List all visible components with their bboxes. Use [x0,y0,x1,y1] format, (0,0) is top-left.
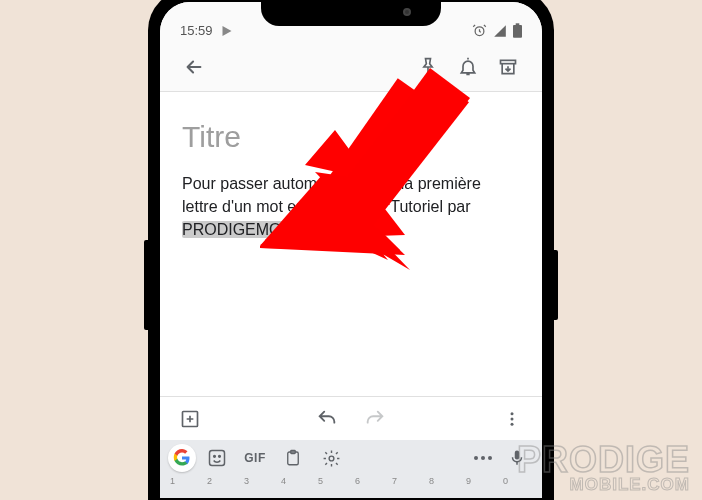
phone-screen: 15:59 Titre [160,2,542,498]
svg-rect-8 [210,451,225,466]
watermark: PRODIGE MOBILE.COM [517,444,690,492]
body-text-before: Pour passer automatiquement la première … [182,175,481,215]
key-4[interactable]: 4 [277,476,314,498]
archive-button[interactable] [488,47,528,87]
pin-button[interactable] [408,47,448,87]
svg-point-7 [511,422,514,425]
key-6[interactable]: 6 [351,476,388,498]
add-button[interactable] [176,405,204,433]
collapse-keyboard-button[interactable] [466,444,500,472]
signal-icon [493,24,507,38]
keyboard-number-row[interactable]: 1 2 3 4 5 6 7 8 9 0 [160,476,542,498]
camera-dot [403,8,411,16]
more-options-button[interactable] [498,405,526,433]
key-2[interactable]: 2 [203,476,240,498]
sticker-button[interactable] [200,444,234,472]
svg-rect-3 [501,60,516,63]
key-1[interactable]: 1 [166,476,203,498]
key-9[interactable]: 9 [462,476,499,498]
phone-frame: 15:59 Titre [148,0,554,500]
app-toolbar [160,42,542,92]
body-text-after: le site de [316,221,384,238]
phone-notch [261,2,441,26]
note-title-input[interactable]: Titre [182,120,520,154]
gif-button[interactable]: GIF [238,444,272,472]
volume-button [144,240,148,330]
power-button [554,250,558,320]
svg-point-5 [511,412,514,415]
note-body-input[interactable]: Pour passer automatiquement la première … [182,172,520,242]
key-8[interactable]: 8 [425,476,462,498]
redo-button[interactable] [361,405,389,433]
google-logo-button[interactable] [168,444,196,472]
svg-point-6 [511,417,514,420]
key-3[interactable]: 3 [240,476,277,498]
svg-rect-2 [516,23,520,25]
settings-button[interactable] [314,444,348,472]
reminder-button[interactable] [448,47,488,87]
selected-text[interactable]: PRODIGEMOBILE [182,221,316,238]
undo-button[interactable] [313,405,341,433]
play-store-icon [221,25,233,37]
clipboard-button[interactable] [276,444,310,472]
svg-point-13 [329,456,334,461]
editor-toolbar [160,396,542,440]
svg-rect-1 [513,25,522,38]
keyboard-suggestion-row: GIF [160,440,542,476]
svg-point-9 [214,456,216,458]
battery-icon [513,23,522,38]
alarm-icon [472,23,487,38]
watermark-line1: PRODIGE [517,444,690,476]
back-button[interactable] [174,47,214,87]
note-content-area[interactable]: Titre Pour passer automatiquement la pre… [160,92,542,252]
svg-point-10 [219,456,221,458]
status-time: 15:59 [180,23,213,38]
key-5[interactable]: 5 [314,476,351,498]
key-7[interactable]: 7 [388,476,425,498]
